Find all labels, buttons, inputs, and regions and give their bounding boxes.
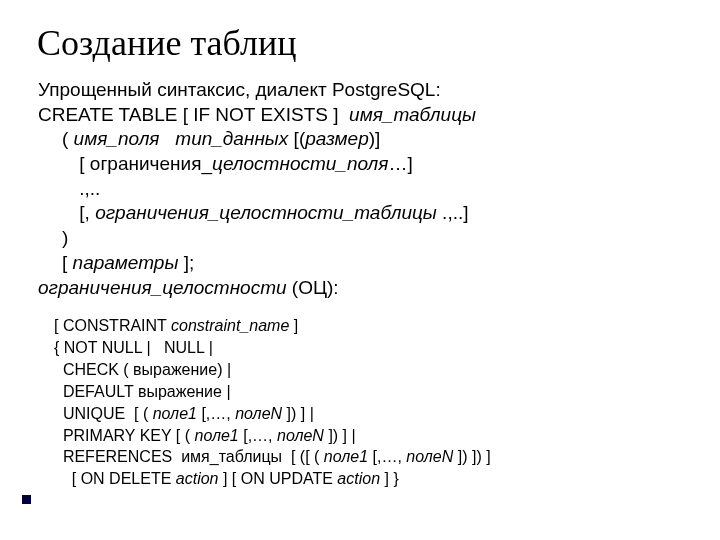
fields-line: ( имя_поля тип_данных [(размер)] bbox=[38, 127, 476, 152]
t: имя_поля тип_данных bbox=[74, 128, 294, 149]
field-constraints-line: [ ограничения_целостности_поля…] bbox=[38, 152, 476, 177]
t: .,..] bbox=[437, 202, 469, 223]
pk-line: PRIMARY KEY [ ( поле1 [,…, полеN ]) ] | bbox=[54, 425, 491, 447]
t: [ bbox=[62, 252, 73, 273]
t: поле1 bbox=[195, 427, 244, 444]
t: ]) ]) ] bbox=[458, 448, 491, 465]
on-delete-update-line: [ ON DELETE action ] [ ON UPDATE action … bbox=[54, 468, 491, 490]
t: поле1 bbox=[324, 448, 373, 465]
t: целостности_поля bbox=[212, 153, 388, 174]
t: UNIQUE [ ( bbox=[54, 405, 153, 422]
bullet-icon bbox=[22, 495, 31, 504]
t: [ ограничения_ bbox=[74, 153, 212, 174]
t: ограничения_целостности_таблицы bbox=[95, 202, 437, 223]
t: полеN bbox=[235, 405, 286, 422]
t: ограничения_целостности bbox=[38, 277, 287, 298]
t: action bbox=[337, 470, 380, 487]
unique-line: UNIQUE [ ( поле1 [,…, полеN ]) ] | bbox=[54, 403, 491, 425]
dots-line: .,.. bbox=[38, 177, 476, 202]
create-line: CREATE TABLE [ IF NOT EXISTS ] имя_табли… bbox=[38, 103, 476, 128]
t: [( bbox=[294, 128, 306, 149]
references-line: REFERENCES имя_таблицы [ ([ ( поле1 [,…,… bbox=[54, 446, 491, 468]
t: размер bbox=[305, 128, 369, 149]
t: REFERENCES имя_таблицы [ ([ ( bbox=[54, 448, 324, 465]
constraint-name-line: [ CONSTRAINT constraint_name ] bbox=[54, 315, 491, 337]
t: ] bbox=[289, 317, 298, 334]
t: ]) ] | bbox=[328, 427, 355, 444]
t: [ CONSTRAINT bbox=[54, 317, 171, 334]
t: ] [ ON UPDATE bbox=[219, 470, 338, 487]
notnull-line: { NOT NULL | NULL | bbox=[54, 337, 491, 359]
t: CREATE TABLE [ IF NOT EXISTS ] bbox=[38, 104, 349, 125]
t: имя_таблицы bbox=[349, 104, 476, 125]
t: ]; bbox=[184, 252, 195, 273]
close-paren-line: ) bbox=[38, 226, 476, 251]
t: [,…, bbox=[201, 405, 235, 422]
params-line: [ параметры ]; bbox=[38, 251, 476, 276]
t: полеN bbox=[406, 448, 457, 465]
intro-line: Упрощенный синтаксис, диалект PostgreSQL… bbox=[38, 78, 476, 103]
t: [ ON DELETE bbox=[54, 470, 176, 487]
oc-header: ограничения_целостности (ОЦ): bbox=[38, 276, 476, 301]
t: поле1 bbox=[153, 405, 202, 422]
check-line: CHECK ( выражение) | bbox=[54, 359, 491, 381]
t: [, bbox=[74, 202, 95, 223]
t: constraint_name bbox=[171, 317, 289, 334]
t: ( bbox=[62, 128, 74, 149]
t: PRIMARY KEY [ ( bbox=[54, 427, 195, 444]
t: ]) ] | bbox=[287, 405, 314, 422]
constraints-block: [ CONSTRAINT constraint_name ] { NOT NUL… bbox=[54, 315, 491, 490]
t: [,…, bbox=[243, 427, 277, 444]
table-constraints-line: [, ограничения_целостности_таблицы .,..] bbox=[38, 201, 476, 226]
t: [,…, bbox=[373, 448, 407, 465]
t: action bbox=[176, 470, 219, 487]
default-line: DEFAULT выражение | bbox=[54, 381, 491, 403]
slide-title: Создание таблиц bbox=[37, 22, 296, 64]
t: …] bbox=[389, 153, 413, 174]
t: параметры bbox=[73, 252, 184, 273]
t: (ОЦ): bbox=[287, 277, 339, 298]
syntax-block: Упрощенный синтаксис, диалект PostgreSQL… bbox=[38, 78, 476, 300]
t: )] bbox=[369, 128, 381, 149]
t: ] } bbox=[380, 470, 399, 487]
t: полеN bbox=[277, 427, 328, 444]
